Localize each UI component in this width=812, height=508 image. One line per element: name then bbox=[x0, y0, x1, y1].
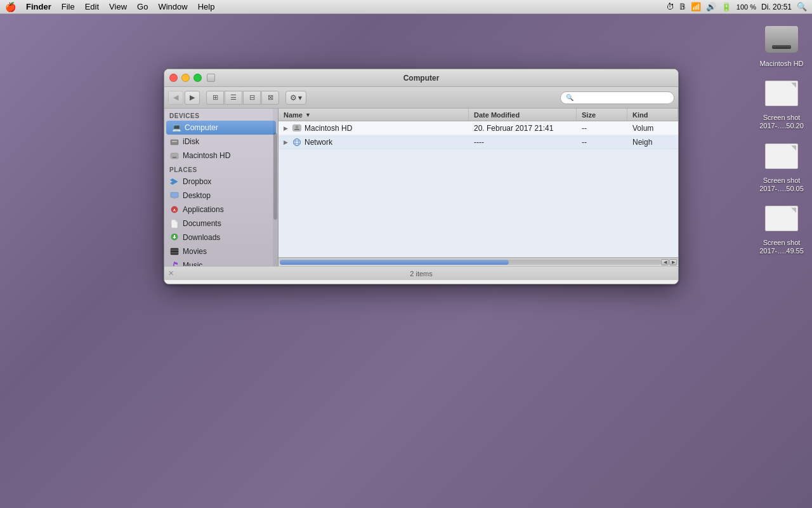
menu-window[interactable]: Window bbox=[158, 2, 187, 11]
file-kind-network: Neigh bbox=[627, 138, 678, 147]
sidebar: DEVICES 💻 Computer iDisk Macintosh HD bbox=[164, 109, 278, 266]
table-row[interactable]: ▶ Network ---- -- Neigh bbox=[278, 135, 678, 149]
scrollbar-thumb[interactable] bbox=[280, 260, 509, 265]
sidebar-item-dropbox[interactable]: Dropbox bbox=[164, 175, 278, 189]
nav-buttons: ◀ ▶ bbox=[168, 91, 200, 105]
desktop-icon-macintosh-hd[interactable]: Macintosh HD bbox=[756, 19, 807, 70]
menu-file[interactable]: File bbox=[62, 2, 75, 11]
status-close-icon[interactable]: ✕ bbox=[168, 269, 174, 277]
sidebar-item-computer[interactable]: 💻 Computer bbox=[166, 121, 276, 135]
expand-arrow-hd[interactable]: ▶ bbox=[284, 125, 288, 131]
menu-go[interactable]: Go bbox=[137, 2, 148, 11]
dropbox-icon bbox=[169, 177, 180, 187]
sidebar-item-downloads[interactable]: Downloads bbox=[164, 231, 278, 244]
view-cover-button[interactable]: ⊠ bbox=[261, 91, 279, 105]
applications-icon: A bbox=[169, 204, 180, 215]
sidebar-item-documents[interactable]: Documents bbox=[164, 217, 278, 231]
sidebar-label-movies: Movies bbox=[183, 247, 207, 256]
view-icon-button[interactable]: ⊞ bbox=[206, 91, 224, 105]
desktop-icon-screenshot-2[interactable]: Screen shot 2017-….50.05 bbox=[756, 136, 807, 196]
zoom-icon[interactable] bbox=[207, 74, 215, 82]
col-header-date[interactable]: Date Modified bbox=[469, 109, 577, 121]
svg-rect-16 bbox=[171, 250, 178, 251]
file-name-hd: Macintosh HD bbox=[304, 124, 352, 133]
sidebar-item-desktop[interactable]: Desktop bbox=[164, 189, 278, 203]
devices-section-header: DEVICES bbox=[164, 109, 278, 121]
battery-level: 100 % bbox=[737, 3, 756, 11]
desktop-icons-area: Macintosh HD Screen shot 2017-….50.20 Sc… bbox=[756, 19, 807, 258]
sidebar-item-idisk[interactable]: iDisk bbox=[164, 135, 278, 149]
svg-rect-14 bbox=[174, 235, 175, 237]
menu-edit[interactable]: Edit bbox=[85, 2, 99, 11]
expand-arrow-network[interactable]: ▶ bbox=[284, 139, 288, 145]
menubar: 🍎 Finder File Edit View Go Window Help ⏱… bbox=[0, 0, 812, 14]
sort-arrow: ▼ bbox=[305, 112, 311, 118]
places-section-header: PLACES bbox=[164, 163, 278, 175]
view-list-button[interactable]: ☰ bbox=[225, 91, 242, 105]
col-header-kind[interactable]: Kind bbox=[627, 109, 678, 121]
sidebar-label-music: Music bbox=[183, 261, 202, 266]
wifi-icon[interactable]: 📶 bbox=[691, 2, 701, 11]
apple-menu[interactable]: 🍎 bbox=[5, 2, 16, 12]
col-kind-label: Kind bbox=[632, 111, 648, 119]
title-bar: Computer bbox=[164, 69, 678, 87]
svg-rect-9 bbox=[173, 197, 176, 199]
svg-point-27 bbox=[295, 138, 299, 145]
screenshot3-shape bbox=[765, 206, 798, 231]
file-date-hd: 20. Februar 2017 21:41 bbox=[469, 124, 577, 133]
gear-icon: ⚙ bbox=[290, 93, 297, 102]
computer-icon: 💻 bbox=[171, 123, 181, 133]
gear-dropdown-arrow: ▾ bbox=[298, 93, 302, 102]
time-machine-icon[interactable]: ⏱ bbox=[666, 2, 674, 11]
sidebar-item-macintosh-hd[interactable]: Macintosh HD bbox=[164, 149, 278, 163]
col-date-label: Date Modified bbox=[474, 111, 520, 119]
bluetooth-icon[interactable]: 𝔹 bbox=[679, 2, 686, 11]
battery-icon[interactable]: 🔋 bbox=[721, 2, 731, 11]
minimize-button[interactable] bbox=[181, 74, 190, 82]
menu-help[interactable]: Help bbox=[198, 2, 215, 11]
col-header-size[interactable]: Size bbox=[577, 109, 627, 121]
horizontal-scrollbar[interactable]: ◀ ▶ bbox=[278, 257, 678, 266]
action-gear-button[interactable]: ⚙ ▾ bbox=[285, 91, 306, 105]
search-box[interactable]: 🔍 bbox=[560, 91, 674, 104]
sidebar-label-dropbox: Dropbox bbox=[183, 177, 211, 186]
svg-rect-15 bbox=[171, 248, 178, 255]
menu-finder[interactable]: Finder bbox=[26, 2, 51, 11]
forward-button[interactable]: ▶ bbox=[185, 91, 200, 105]
sidebar-item-movies[interactable]: Movies bbox=[164, 244, 278, 258]
view-buttons: ⊞ ☰ ⊟ ⊠ bbox=[206, 91, 279, 105]
desktop-icon-screenshot-1[interactable]: Screen shot 2017-….50.20 bbox=[756, 73, 807, 133]
desktop-icon-screenshot-3[interactable]: Screen shot 2017-….49.55 bbox=[756, 198, 807, 258]
close-button[interactable] bbox=[169, 74, 178, 82]
view-columns-button[interactable]: ⊟ bbox=[243, 91, 261, 105]
toolbar: ◀ ▶ ⊞ ☰ ⊟ ⊠ ⚙ ▾ 🔍 bbox=[164, 87, 678, 109]
hd-shape bbox=[765, 26, 798, 53]
scroll-right-button[interactable]: ▶ bbox=[669, 259, 677, 265]
menu-view[interactable]: View bbox=[109, 2, 127, 11]
back-icon: ◀ bbox=[173, 93, 178, 102]
music-icon bbox=[169, 260, 180, 266]
table-row[interactable]: ▶ Macintosh HD 20. Februar 2017 21:41 --… bbox=[278, 121, 678, 135]
window-body: DEVICES 💻 Computer iDisk Macintosh HD bbox=[164, 109, 678, 266]
volume-icon[interactable]: 🔊 bbox=[706, 2, 716, 11]
scroll-left-button[interactable]: ◀ bbox=[661, 259, 669, 265]
file-list: ▶ Macintosh HD 20. Februar 2017 21:41 --… bbox=[278, 121, 678, 257]
screenshot2-icon-image bbox=[764, 138, 799, 174]
spotlight-icon[interactable]: 🔍 bbox=[797, 2, 807, 11]
maximize-button[interactable] bbox=[193, 74, 202, 82]
screenshot1-icon-image bbox=[764, 76, 799, 111]
back-button[interactable]: ◀ bbox=[168, 91, 183, 105]
item-count: 2 items bbox=[410, 270, 432, 277]
sidebar-scrollbar[interactable] bbox=[273, 109, 278, 266]
sidebar-label-desktop: Desktop bbox=[183, 191, 211, 200]
svg-rect-0 bbox=[171, 140, 178, 145]
sidebar-label-applications: Applications bbox=[183, 205, 224, 214]
status-bar: ✕ 2 items bbox=[164, 266, 678, 280]
svg-rect-3 bbox=[173, 157, 176, 158]
svg-rect-8 bbox=[171, 192, 178, 197]
sidebar-item-applications[interactable]: A Applications bbox=[164, 203, 278, 217]
desktop-icon-label-ss1: Screen shot 2017-….50.20 bbox=[759, 114, 804, 130]
scrollbar-track[interactable] bbox=[280, 260, 661, 265]
col-header-name[interactable]: Name ▼ bbox=[278, 109, 469, 121]
sidebar-item-music[interactable]: Music bbox=[164, 258, 278, 266]
